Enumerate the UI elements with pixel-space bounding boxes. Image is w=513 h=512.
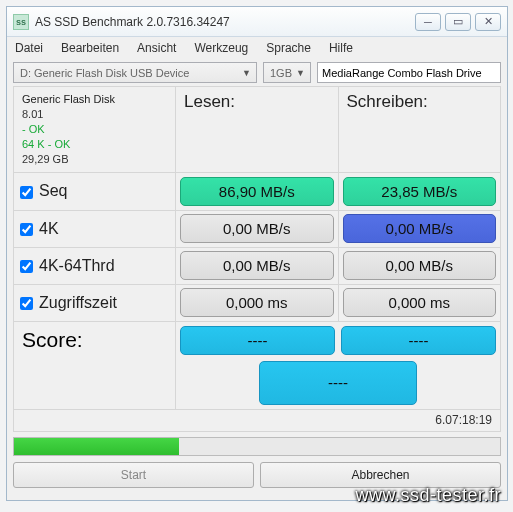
close-button[interactable]: ✕ — [475, 13, 501, 31]
size-combo[interactable]: 1GB ▼ — [263, 62, 311, 83]
timer: 6.07:18:19 — [13, 410, 501, 432]
4k-read: 0,00 MB/s — [180, 214, 334, 243]
device-info: Generic Flash Disk 8.01 - OK 64 K - OK 2… — [14, 87, 176, 172]
info-name: Generic Flash Disk — [22, 92, 167, 107]
app-icon: ss — [13, 14, 29, 30]
info-driver: 64 K - OK — [22, 137, 167, 152]
access-write: 0,000 ms — [343, 288, 497, 317]
titlebar: ss AS SSD Benchmark 2.0.7316.34247 ─ ▭ ✕ — [7, 7, 507, 37]
score-label: Score: — [14, 322, 176, 409]
menu-bar: Datei Bearbeiten Ansicht Werkzeug Sprach… — [7, 37, 507, 59]
check-seq[interactable] — [20, 186, 33, 199]
progress-fill — [14, 438, 179, 455]
results-table: Seq 86,90 MB/s 23,85 MB/s 4K 0,00 MB/s 0… — [13, 173, 501, 322]
product-value: MediaRange Combo Flash Drive — [322, 67, 482, 79]
info-capacity: 29,29 GB — [22, 152, 167, 167]
4k-write: 0,00 MB/s — [343, 214, 497, 243]
menu-language[interactable]: Sprache — [266, 41, 311, 55]
row-4k: 4K 0,00 MB/s 0,00 MB/s — [14, 210, 501, 247]
device-combo[interactable]: D: Generic Flash Disk USB Device ▼ — [13, 62, 257, 83]
check-4k[interactable] — [20, 223, 33, 236]
score-total: ---- — [259, 361, 417, 405]
score-read: ---- — [180, 326, 335, 355]
window-title: AS SSD Benchmark 2.0.7316.34247 — [35, 15, 411, 29]
watermark: www.ssd-tester.fr — [355, 485, 501, 506]
row-seq: Seq 86,90 MB/s 23,85 MB/s — [14, 173, 501, 210]
menu-edit[interactable]: Bearbeiten — [61, 41, 119, 55]
app-window: ss AS SSD Benchmark 2.0.7316.34247 ─ ▭ ✕… — [6, 6, 508, 501]
menu-file[interactable]: Datei — [15, 41, 43, 55]
info-alignment: - OK — [22, 122, 167, 137]
abort-button[interactable]: Abbrechen — [260, 462, 501, 488]
menu-view[interactable]: Ansicht — [137, 41, 176, 55]
size-value: 1GB — [270, 67, 292, 79]
seq-read: 86,90 MB/s — [180, 177, 334, 206]
header-write: Schreiben: — [339, 87, 501, 172]
chevron-down-icon: ▼ — [242, 68, 251, 78]
score-write: ---- — [341, 326, 496, 355]
toolbar: D: Generic Flash Disk USB Device ▼ 1GB ▼… — [7, 59, 507, 86]
label-access: Zugriffszeit — [39, 294, 117, 311]
label-4k: 4K — [39, 220, 59, 237]
start-button[interactable]: Start — [13, 462, 254, 488]
4k64-write: 0,00 MB/s — [343, 251, 497, 280]
row-4k64: 4K-64Thrd 0,00 MB/s 0,00 MB/s — [14, 247, 501, 284]
access-read: 0,000 ms — [180, 288, 334, 317]
info-firmware: 8.01 — [22, 107, 167, 122]
check-access[interactable] — [20, 297, 33, 310]
label-4k64: 4K-64Thrd — [39, 257, 115, 274]
product-textbox[interactable]: MediaRange Combo Flash Drive — [317, 62, 501, 83]
maximize-button[interactable]: ▭ — [445, 13, 471, 31]
menu-tool[interactable]: Werkzeug — [194, 41, 248, 55]
content: Generic Flash Disk 8.01 - OK 64 K - OK 2… — [7, 86, 507, 432]
header-read: Lesen: — [176, 87, 339, 172]
row-access: Zugriffszeit 0,000 ms 0,000 ms — [14, 284, 501, 321]
chevron-down-icon: ▼ — [296, 68, 305, 78]
menu-help[interactable]: Hilfe — [329, 41, 353, 55]
progress-bar — [13, 437, 501, 456]
seq-write: 23,85 MB/s — [343, 177, 497, 206]
4k64-read: 0,00 MB/s — [180, 251, 334, 280]
device-value: D: Generic Flash Disk USB Device — [20, 67, 189, 79]
label-seq: Seq — [39, 182, 67, 199]
check-4k64[interactable] — [20, 260, 33, 273]
minimize-button[interactable]: ─ — [415, 13, 441, 31]
score-row: Score: ---- ---- ---- — [13, 322, 501, 410]
